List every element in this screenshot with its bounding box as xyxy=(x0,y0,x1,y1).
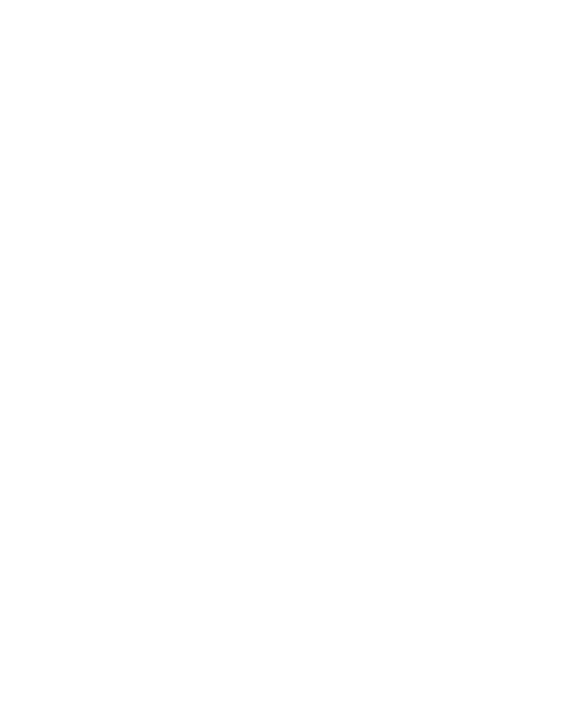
document-page xyxy=(0,0,562,728)
page-footer xyxy=(490,681,506,693)
